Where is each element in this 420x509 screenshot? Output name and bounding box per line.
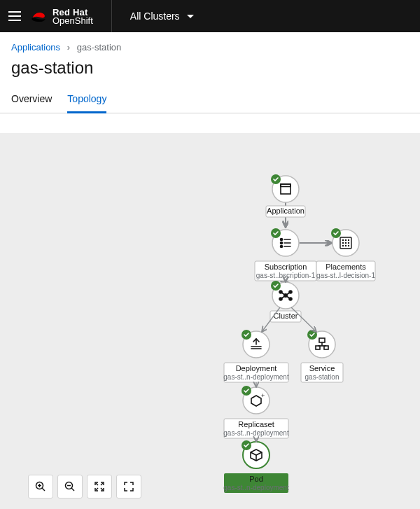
- svg-point-69: [281, 246, 283, 248]
- svg-point-79: [348, 242, 349, 244]
- zoom-in-button[interactable]: [28, 475, 53, 498]
- fullscreen-button[interactable]: [116, 475, 141, 498]
- svg-point-78: [345, 242, 346, 244]
- fit-button[interactable]: [87, 475, 112, 498]
- node-replicaset-sub: gas-st..n-deployment: [223, 429, 289, 437]
- subscription-icon: [281, 239, 291, 248]
- page-tabs: Overview Topology: [0, 88, 420, 113]
- breadcrumb: Applications › gas-station: [0, 32, 420, 57]
- node-subscription-label: Subscription: [265, 263, 307, 271]
- cluster-switcher-label: All Clusters: [130, 11, 180, 22]
- svg-point-67: [281, 242, 283, 244]
- svg-point-81: [345, 245, 346, 246]
- node-deployment-sub: gas-st..n-deployment: [223, 373, 289, 381]
- zoom-in-icon: [35, 481, 46, 492]
- zoom-out-icon: [64, 481, 76, 492]
- svg-point-65: [281, 239, 283, 241]
- node-pod-label: Pod: [249, 475, 263, 483]
- node-cluster-label: Cluster: [274, 312, 298, 320]
- svg-point-82: [348, 245, 349, 246]
- svg-line-131: [96, 483, 98, 485]
- brand-line2: OpenShift: [52, 16, 93, 25]
- node-pod-sub: gas-st..n-deployment: [223, 484, 289, 491]
- node-placements-sub: gas-st..l-decision-1: [316, 272, 375, 279]
- cluster-switcher[interactable]: All Clusters: [126, 8, 198, 25]
- brand-logo[interactable]: Red Hat OpenShift: [29, 8, 93, 25]
- node-cluster[interactable]: [271, 281, 299, 309]
- svg-line-129: [71, 488, 74, 491]
- svg-line-133: [101, 488, 103, 490]
- node-service-label: Service: [309, 364, 335, 372]
- svg-point-76: [348, 239, 349, 241]
- topology-svg: Application Subscription gas-st..bscript…: [0, 133, 420, 509]
- nav-toggle-button[interactable]: [6, 8, 22, 25]
- node-placements-label: Placements: [326, 263, 366, 271]
- svg-line-134: [96, 488, 98, 490]
- redhat-fedora-icon: [29, 10, 48, 22]
- breadcrumb-current: gas-station: [77, 42, 122, 53]
- node-application-label: Application: [267, 207, 304, 215]
- topology-toolbar: [28, 475, 141, 498]
- zoom-out-button[interactable]: [57, 475, 83, 498]
- svg-point-75: [345, 239, 346, 241]
- node-subscription-sub: gas-st..bscription-1: [256, 272, 316, 279]
- svg-point-74: [342, 239, 344, 241]
- svg-text:+: +: [261, 392, 265, 399]
- node-subscription[interactable]: [271, 228, 299, 256]
- node-service-sub: gas-station: [305, 373, 340, 381]
- svg-line-125: [42, 488, 45, 491]
- fit-icon: [94, 481, 105, 492]
- chevron-down-icon: [187, 15, 194, 18]
- tab-topology[interactable]: Topology: [67, 88, 106, 113]
- node-deployment[interactable]: [241, 330, 270, 358]
- node-placements[interactable]: [331, 228, 359, 256]
- node-pod[interactable]: [241, 440, 270, 468]
- chevron-right-icon: ›: [67, 42, 70, 53]
- page-title: gas-station: [0, 57, 420, 88]
- node-replicaset[interactable]: +: [241, 386, 270, 414]
- masthead: Red Hat OpenShift All Clusters: [0, 0, 420, 32]
- tab-overview[interactable]: Overview: [11, 88, 52, 113]
- topology-canvas[interactable]: Application Subscription gas-st..bscript…: [0, 133, 420, 509]
- node-replicaset-label: Replicaset: [238, 420, 274, 428]
- svg-point-77: [342, 242, 344, 244]
- masthead-divider: [111, 0, 112, 32]
- fullscreen-icon: [123, 481, 134, 492]
- breadcrumb-root-link[interactable]: Applications: [11, 42, 60, 53]
- svg-line-132: [101, 483, 103, 485]
- node-service[interactable]: [307, 330, 335, 358]
- node-application[interactable]: [271, 174, 299, 202]
- node-deployment-label: Deployment: [236, 364, 277, 372]
- svg-point-80: [342, 245, 344, 246]
